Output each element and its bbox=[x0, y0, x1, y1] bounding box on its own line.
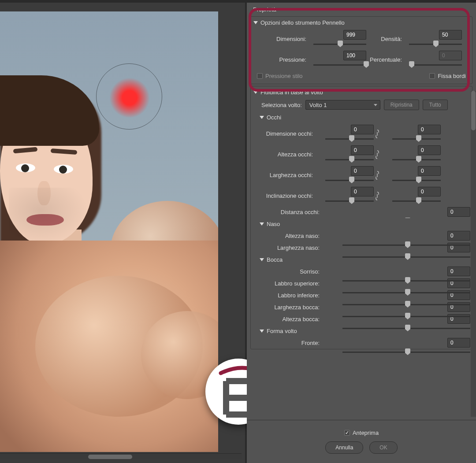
portrait-eye bbox=[54, 165, 73, 174]
eye-size-left-input[interactable] bbox=[351, 125, 374, 134]
ok-button[interactable]: OK bbox=[369, 441, 397, 454]
face-shape-header[interactable]: Forma volto bbox=[251, 325, 472, 337]
eye-size-right-input[interactable] bbox=[418, 125, 441, 134]
eye-height-label: Altezza occhi: bbox=[253, 151, 316, 158]
forehead-label: Fronte: bbox=[253, 340, 323, 346]
eye-size-label: Dimensione occhi: bbox=[253, 130, 316, 137]
face-liquify-header[interactable]: Fluidifica in base al volto bbox=[251, 86, 472, 98]
panel-v-scrollbar[interactable] bbox=[471, 91, 476, 417]
nose-title: Naso bbox=[267, 221, 280, 227]
pin-edges-label: Fissa bordi bbox=[438, 73, 466, 79]
brush-pressure-label: Pressione: bbox=[253, 56, 310, 63]
canvas-area bbox=[0, 0, 247, 463]
eye-height-right-input[interactable] bbox=[418, 145, 441, 155]
brush-pressure-slider[interactable] bbox=[313, 61, 366, 69]
brush-density-input[interactable] bbox=[439, 30, 462, 40]
pin-edges-checkbox[interactable]: Fissa bordi bbox=[429, 73, 466, 79]
panel-title: Proprietà bbox=[247, 3, 476, 15]
brush-rate-slider bbox=[409, 61, 462, 69]
brush-cursor-center bbox=[109, 78, 150, 118]
disclosure-triangle-icon bbox=[253, 21, 258, 24]
mouth-height-label: Altezza bocca: bbox=[253, 316, 323, 322]
dialog-footer: Anteprima Annulla OK bbox=[247, 420, 476, 463]
portrait-eye bbox=[16, 163, 35, 172]
cancel-button[interactable]: Annulla bbox=[325, 441, 363, 454]
image-canvas[interactable] bbox=[0, 11, 218, 452]
stylus-pressure-label: Pressione stilo bbox=[265, 73, 303, 79]
brush-options-header[interactable]: Opzioni dello strumento Pennello bbox=[251, 17, 472, 29]
link-icon[interactable] bbox=[374, 149, 381, 160]
eye-size-right-slider[interactable] bbox=[392, 135, 441, 143]
properties-panel: Proprietà Opzioni dello strumento Pennel… bbox=[247, 0, 476, 463]
portrait-hair-top bbox=[0, 75, 99, 146]
forehead-input[interactable] bbox=[447, 338, 470, 348]
mouth-width-label: Larghezza bocca: bbox=[253, 304, 323, 311]
select-face-value: Volto 1 bbox=[309, 102, 327, 108]
eye-tilt-right-input[interactable] bbox=[418, 187, 441, 196]
preview-label: Anteprima bbox=[353, 430, 379, 436]
face-shape-title: Forma volto bbox=[267, 328, 297, 334]
nose-height-input[interactable] bbox=[447, 231, 470, 241]
brush-options-section: Opzioni dello strumento Pennello Dimensi… bbox=[250, 16, 472, 84]
eye-width-right-slider[interactable] bbox=[392, 176, 441, 184]
smile-label: Sorriso: bbox=[253, 268, 323, 275]
upper-lip-label: Labbro superiore: bbox=[253, 280, 323, 287]
reset-face-button[interactable]: Ripristina bbox=[384, 100, 419, 110]
link-icon[interactable] bbox=[374, 129, 381, 139]
smile-input[interactable] bbox=[447, 267, 470, 276]
eye-width-label: Larghezza occhi: bbox=[253, 172, 316, 178]
lower-lip-label: Labbro inferiore: bbox=[253, 292, 323, 299]
eye-width-left-slider[interactable] bbox=[325, 176, 374, 184]
brush-options-title: Opzioni dello strumento Pennello bbox=[260, 19, 345, 26]
face-liquify-title: Fluidifica in base al volto bbox=[260, 89, 323, 96]
eye-tilt-label: Inclinazione occhi: bbox=[253, 193, 316, 199]
canvas-h-scrollbar[interactable] bbox=[0, 453, 242, 459]
mouth-header[interactable]: Bocca bbox=[251, 254, 472, 266]
mouth-title: Bocca bbox=[267, 256, 283, 263]
preview-checkbox[interactable]: Anteprima bbox=[344, 430, 379, 436]
eye-width-left-input[interactable] bbox=[351, 166, 374, 176]
eye-distance-label: Distanza occhi: bbox=[253, 209, 323, 215]
brush-rate-input bbox=[439, 51, 462, 60]
eyes-title: Occhi bbox=[267, 114, 281, 121]
eye-height-left-input[interactable] bbox=[351, 145, 374, 155]
brush-density-label: Densità: bbox=[361, 36, 405, 42]
brush-size-slider[interactable] bbox=[313, 40, 366, 48]
brush-size-label: Dimensioni: bbox=[253, 36, 310, 42]
stylus-pressure-checkbox: Pressione stilo bbox=[257, 73, 303, 79]
eyes-header[interactable]: Occhi bbox=[251, 111, 472, 123]
eye-height-left-slider[interactable] bbox=[325, 156, 374, 163]
disclosure-triangle-icon bbox=[260, 116, 264, 119]
nose-width-label: Larghezza naso: bbox=[253, 244, 323, 251]
link-icon[interactable] bbox=[374, 170, 381, 181]
face-liquify-section: Fluidifica in base al volto Seleziona vo… bbox=[250, 86, 472, 349]
disclosure-triangle-icon bbox=[260, 258, 264, 261]
link-icon[interactable] bbox=[374, 191, 381, 201]
eye-width-right-input[interactable] bbox=[418, 166, 441, 176]
all-faces-button[interactable]: Tutto bbox=[423, 100, 448, 110]
eye-distance-input[interactable] bbox=[447, 207, 470, 217]
disclosure-triangle-icon bbox=[253, 91, 258, 94]
eye-size-left-slider[interactable] bbox=[325, 135, 374, 143]
select-face-label: Seleziona volto: bbox=[261, 102, 302, 108]
nose-header[interactable]: Naso bbox=[251, 218, 472, 230]
nose-height-label: Altezza naso: bbox=[253, 233, 323, 239]
disclosure-triangle-icon bbox=[260, 222, 264, 226]
select-face-dropdown[interactable]: Volto 1 bbox=[305, 100, 380, 110]
eye-tilt-right-slider[interactable] bbox=[392, 197, 441, 205]
liquify-dialog: Proprietà Opzioni dello strumento Pennel… bbox=[0, 0, 476, 463]
eye-tilt-left-input[interactable] bbox=[351, 187, 374, 196]
eye-tilt-left-slider[interactable] bbox=[325, 197, 374, 205]
disclosure-triangle-icon bbox=[260, 330, 264, 333]
brush-density-slider[interactable] bbox=[409, 40, 462, 48]
eye-height-right-slider[interactable] bbox=[392, 156, 441, 163]
